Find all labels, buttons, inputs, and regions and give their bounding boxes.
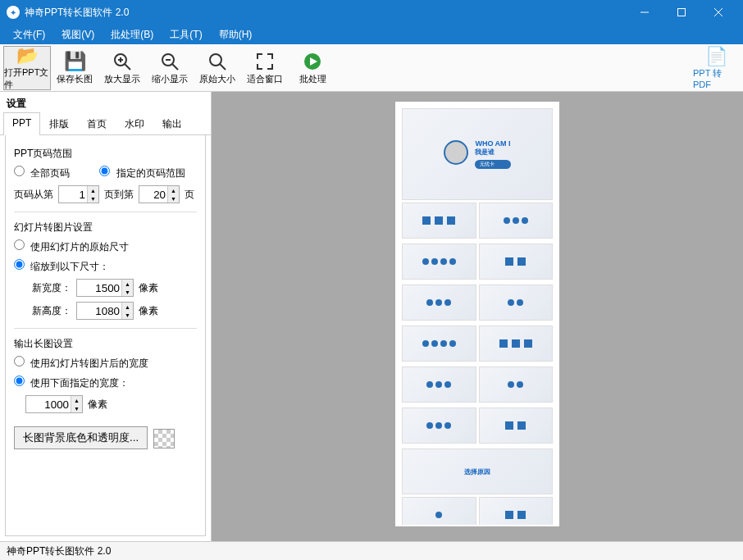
menu-help[interactable]: 帮助(H)	[211, 25, 261, 44]
spin-down[interactable]: ▼	[121, 311, 133, 319]
slide-thumb	[402, 285, 476, 321]
folder-open-icon: 📂	[16, 45, 39, 66]
settings-sidebar: 设置 PPT 排版 首页 水印 输出 PPT页码范围 全部页码 指定的页码范围 …	[0, 92, 212, 541]
ppt-to-pdf-button[interactable]: 📄 PPT 转 PDF	[692, 46, 740, 90]
statusbar: 神奇PPT转长图软件 2.0	[0, 541, 743, 560]
slide-thumb	[479, 326, 554, 362]
spin-up[interactable]: ▲	[121, 303, 133, 311]
slide-thumb	[479, 497, 554, 526]
from-label: 页码从第	[14, 188, 53, 202]
spin-down[interactable]: ▼	[121, 288, 133, 296]
radio-use-spec-width[interactable]: 使用下面指定的宽度：	[14, 376, 129, 390]
spin-up[interactable]: ▲	[121, 280, 133, 288]
long-image-canvas: WHO AM I 我是谁 无忧卡	[395, 102, 559, 526]
expand-icon	[256, 50, 274, 73]
radio-orig-size[interactable]: 使用幻灯片的原始尺寸	[14, 239, 129, 254]
minimize-button[interactable]	[626, 0, 663, 25]
slide-thumb	[402, 367, 476, 403]
svg-line-12	[220, 64, 226, 70]
settings-title: 设置	[0, 92, 211, 112]
slide-thumb	[402, 407, 476, 444]
tab-cover[interactable]: 首页	[78, 112, 116, 135]
app-icon: ✦	[7, 6, 20, 19]
slide-thumb	[402, 497, 476, 526]
toolbar: 📂 打开PPT文件 💾 保存长图 放大显示 缩小显示 原始大小 适合窗口 批处理…	[0, 44, 743, 92]
unit-px: 像素	[88, 398, 107, 412]
settings-tabs: PPT 排版 首页 水印 输出	[0, 112, 211, 135]
to-label: 页到第	[104, 188, 134, 202]
radio-scale-size[interactable]: 缩放到以下尺寸：	[14, 259, 109, 274]
magnifier-icon	[207, 50, 227, 73]
slide-thumb	[479, 203, 554, 239]
zoom-in-icon	[112, 50, 132, 73]
titlebar: ✦ 神奇PPT转长图软件 2.0	[0, 0, 743, 25]
svg-point-11	[210, 54, 221, 66]
avatar-icon	[444, 140, 468, 165]
app-title: 神奇PPT转长图软件 2.0	[25, 6, 626, 20]
spin-up[interactable]: ▲	[87, 186, 98, 194]
svg-line-5	[125, 64, 130, 70]
unit-px: 像素	[139, 281, 158, 295]
settings-panel: PPT页码范围 全部页码 指定的页码范围 页码从第 ▲▼ 页到第 ▲▼ 页 幻灯…	[5, 135, 206, 536]
slide-1: WHO AM I 我是谁 无忧卡	[402, 108, 553, 200]
play-circle-icon	[303, 50, 322, 73]
unit-px: 像素	[139, 304, 158, 318]
radio-use-slide-width[interactable]: 使用幻灯片转图片后的宽度	[14, 356, 148, 371]
slide-thumb	[402, 244, 476, 280]
svg-line-9	[172, 64, 178, 70]
slide-thumb	[479, 367, 554, 403]
radio-all-pages[interactable]: 全部页码	[14, 166, 70, 180]
slide-thumb	[402, 326, 476, 362]
tab-output[interactable]: 输出	[153, 112, 191, 135]
menu-tools[interactable]: 工具(T)	[162, 25, 210, 44]
spin-down[interactable]: ▼	[87, 194, 98, 203]
preview-area: WHO AM I 我是谁 无忧卡	[212, 92, 743, 541]
open-ppt-button[interactable]: 📂 打开PPT文件	[3, 46, 51, 90]
radio-spec-pages[interactable]: 指定的页码范围	[99, 166, 185, 180]
save-long-button[interactable]: 💾 保存长图	[51, 46, 98, 90]
width-label: 新宽度：	[25, 281, 71, 295]
page-range-title: PPT页码范围	[14, 147, 197, 161]
zoom-out-button[interactable]: 缩小显示	[146, 46, 194, 90]
output-long-title: 输出长图设置	[14, 337, 197, 351]
bg-color-button[interactable]: 长图背景底色和透明度...	[14, 426, 148, 449]
slide-section: 选择原因	[402, 448, 553, 494]
batch-button[interactable]: 批处理	[289, 46, 336, 90]
spin-down[interactable]: ▼	[167, 194, 179, 203]
save-icon: 💾	[64, 50, 86, 73]
spin-up[interactable]: ▲	[167, 186, 179, 194]
bg-swatch[interactable]	[153, 429, 175, 448]
slide-size-title: 幻灯片转图片设置	[14, 221, 197, 234]
slide-thumb	[479, 244, 554, 280]
fit-window-button[interactable]: 适合窗口	[241, 46, 289, 90]
slide-thumb	[402, 203, 476, 239]
menu-file[interactable]: 文件(F)	[5, 25, 53, 44]
menu-batch[interactable]: 批处理(B)	[103, 25, 162, 44]
tab-watermark[interactable]: 水印	[116, 112, 153, 135]
slide-thumb	[479, 285, 554, 321]
status-text: 神奇PPT转长图软件 2.0	[7, 544, 111, 558]
spin-down[interactable]: ▼	[71, 404, 82, 412]
tab-layout[interactable]: 排版	[40, 112, 78, 135]
original-size-button[interactable]: 原始大小	[194, 46, 241, 90]
height-label: 新高度：	[25, 304, 71, 318]
page-suffix: 页	[185, 188, 194, 202]
spin-up[interactable]: ▲	[71, 396, 82, 404]
slide-thumb	[479, 407, 554, 444]
close-button[interactable]	[700, 0, 736, 25]
menubar: 文件(F) 视图(V) 批处理(B) 工具(T) 帮助(H)	[0, 25, 743, 44]
zoom-out-icon	[160, 50, 180, 73]
menu-view[interactable]: 视图(V)	[53, 25, 103, 44]
maximize-button[interactable]	[663, 0, 700, 25]
zoom-in-button[interactable]: 放大显示	[98, 46, 146, 90]
svg-rect-1	[677, 9, 685, 16]
pdf-icon: 📄	[705, 46, 727, 67]
tab-ppt[interactable]: PPT	[3, 112, 40, 135]
